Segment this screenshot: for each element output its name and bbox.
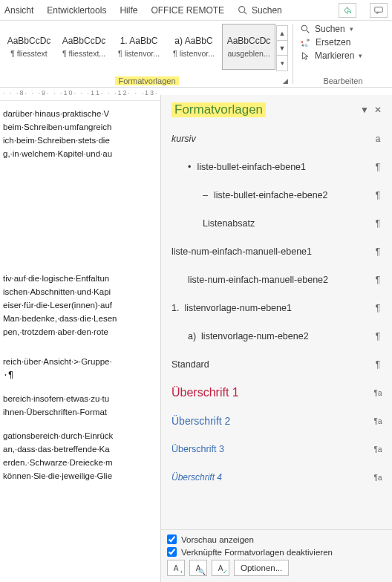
style-row[interactable]: liste-num-einfach-manuell-ebene1 ¶ <box>167 238 389 266</box>
doc-line: ·¶ <box>3 368 157 382</box>
doc-line: g,·in·welchem·Kapitel·und·au <box>3 147 157 160</box>
dialog-launcher-icon[interactable]: ◢ <box>283 77 288 85</box>
gallery-down[interactable]: ▼ <box>277 41 287 56</box>
para-marker: ¶ <box>371 303 385 313</box>
style-row[interactable]: liste-num-einfach-manuell-ebene2 ¶ <box>167 266 389 294</box>
style-row[interactable]: kursiv a <box>167 125 389 153</box>
gallery-more[interactable]: ▾ <box>277 56 287 71</box>
gallery-up[interactable]: ▲ <box>277 26 287 41</box>
char-marker: a <box>371 134 385 144</box>
share-button[interactable] <box>339 3 356 18</box>
svg-point-3 <box>301 25 307 30</box>
svg-line-4 <box>307 30 309 33</box>
chevron-down-icon: ▾ <box>359 52 362 59</box>
linked-marker: ¶a <box>371 389 385 397</box>
doc-line: gationsbereich·durch·Einrück <box>3 429 157 442</box>
doc-line: bereich·insofern·etwas·zu·tu <box>3 392 157 405</box>
style-row[interactable]: liste-bullet-einfach-ebene1 ¶ <box>167 153 389 181</box>
share-icon <box>343 6 352 15</box>
gallery-scroll: ▲ ▼ ▾ <box>276 25 288 71</box>
pane-menu-icon[interactable]: ▼ <box>358 105 371 115</box>
style-row[interactable]: Überschrift 2 ¶a <box>167 407 389 435</box>
svg-rect-2 <box>375 7 383 12</box>
search-box[interactable]: Suchen <box>238 5 282 16</box>
svg-text:b: b <box>305 42 308 47</box>
menu-hilfe[interactable]: Hilfe <box>120 5 137 16</box>
options-button[interactable]: Optionen... <box>234 560 289 576</box>
para-marker: ¶ <box>371 190 385 200</box>
style-row[interactable]: Listenabsatz ¶ <box>167 209 389 238</box>
search-placeholder: Suchen <box>252 5 282 16</box>
style-row[interactable]: 1. listenvorlage-num-ebene1 ¶ <box>167 294 389 322</box>
close-icon[interactable]: ✕ <box>371 105 385 115</box>
style-row[interactable]: liste-bullet-einfache-ebene2 ¶ <box>167 181 389 209</box>
cursor-icon <box>301 51 310 61</box>
doc-line: tiv·auf·die·logische·Entfaltun <box>3 272 157 285</box>
style-row[interactable]: Überschrift 4 ¶a <box>167 463 389 491</box>
replace-icon: ab <box>301 38 311 48</box>
menubar: Ansicht Entwicklertools Hilfe OFFICE REM… <box>0 0 392 21</box>
document-area[interactable]: darüber·hinaus·praktische·V beim·Schreib… <box>0 102 160 582</box>
doc-line: darüber·hinaus·praktische·V <box>3 107 157 120</box>
style-row[interactable]: Standard ¶ <box>167 350 389 379</box>
para-marker: ¶ <box>371 275 385 285</box>
pane-title: Formatvorlagen <box>172 102 266 117</box>
checkbox-input[interactable] <box>167 534 177 544</box>
menu-ansicht[interactable]: Ansicht <box>4 5 33 16</box>
para-marker: ¶ <box>371 331 385 341</box>
style-row[interactable]: Überschrift 3 ¶a <box>167 435 389 463</box>
comments-button[interactable] <box>370 3 388 18</box>
styles-pane: Formatvorlagen ▼ ✕ kursiv a liste-bullet… <box>160 95 392 582</box>
disable-linked-checkbox[interactable]: Verknüpfte Formatvorlagen deaktivieren <box>167 547 386 557</box>
style-card-selected[interactable]: AaBbCcDc ausgeblen... <box>222 24 275 70</box>
para-marker: ¶ <box>371 162 385 172</box>
svg-point-0 <box>239 7 245 13</box>
doc-line: pen,·trotzdem·aber·den·rote <box>3 325 157 339</box>
replace-button[interactable]: ab Ersetzen <box>301 37 388 48</box>
pane-header: Formatvorlagen ▼ ✕ <box>161 95 392 123</box>
search-icon <box>301 24 310 34</box>
group-label-styles[interactable]: Formatvorlagen <box>115 76 178 85</box>
doc-line: können·Sie·die·jeweilige·Glie <box>3 469 157 483</box>
group-label-edit: Bearbeiten <box>294 76 392 85</box>
new-style-button[interactable]: A+ <box>167 560 185 576</box>
style-card[interactable]: 1. AaBbC ¶ listenvor... <box>112 24 166 70</box>
para-marker: ¶ <box>371 359 385 370</box>
chevron-down-icon: ▾ <box>350 25 353 33</box>
checkbox-input[interactable] <box>167 547 177 557</box>
doc-line: reich·über·Ansicht·>·Gruppe· <box>3 355 157 368</box>
doc-line: an,·dass·das·betreffende·Ka <box>3 442 157 456</box>
para-marker: ¶ <box>371 246 385 257</box>
linked-marker: ¶a <box>371 474 385 482</box>
ribbon-group-labels: Formatvorlagen ◢ Bearbeiten <box>0 74 392 88</box>
manage-styles-button[interactable]: A✓ <box>212 560 229 576</box>
style-card[interactable]: a) AaBbC ¶ listenvor... <box>167 24 220 70</box>
style-inspector-button[interactable]: A🔍 <box>189 560 207 576</box>
doc-line: ihnen·Überschriften-Format <box>3 405 157 419</box>
doc-line: eiser·für·die·Leser(innen)·auf <box>3 298 157 312</box>
linked-marker: ¶a <box>371 445 385 454</box>
style-list: kursiv a liste-bullet-einfach-ebene1 ¶ l… <box>161 123 392 529</box>
style-row[interactable]: a) listenvorlage-num-ebene2 ¶ <box>167 322 389 350</box>
pane-footer: Vorschau anzeigen Verknüpfte Formatvorla… <box>161 529 392 582</box>
doc-line: erden.·Schwarze·Dreiecke·m <box>3 456 157 469</box>
style-card[interactable]: AaBbCcDc ¶ fliesstext <box>2 24 56 70</box>
doc-line: ich·beim·Schreiben·stets·die <box>3 134 157 147</box>
menu-office-remote[interactable]: OFFICE REMOTE <box>151 5 224 16</box>
doc-line: ischen·Abschnitten·und·Kapi <box>3 285 157 298</box>
doc-line: Man·bedenke,·dass·die·Lesen <box>3 312 157 325</box>
style-card[interactable]: AaBbCcDc ¶ fliesstext... <box>57 24 111 70</box>
preview-checkbox[interactable]: Vorschau anzeigen <box>167 534 386 544</box>
linked-marker: ¶a <box>371 417 385 425</box>
horizontal-ruler[interactable]: · · ·8· · ·9· · ·10· · ·11· · ·12· · ·13… <box>0 89 160 101</box>
doc-line: beim·Schreiben·umfangreich <box>3 120 157 134</box>
svg-text:a: a <box>301 39 304 44</box>
select-button[interactable]: Markieren ▾ <box>301 50 388 61</box>
style-row[interactable]: Überschrift 1 ¶a <box>167 379 389 407</box>
find-button[interactable]: Suchen ▾ <box>301 24 388 34</box>
search-icon <box>238 5 247 15</box>
comment-icon <box>374 6 383 15</box>
svg-line-1 <box>244 12 246 14</box>
menu-entwicklertools[interactable]: Entwicklertools <box>47 5 106 16</box>
para-marker: ¶ <box>371 218 385 229</box>
